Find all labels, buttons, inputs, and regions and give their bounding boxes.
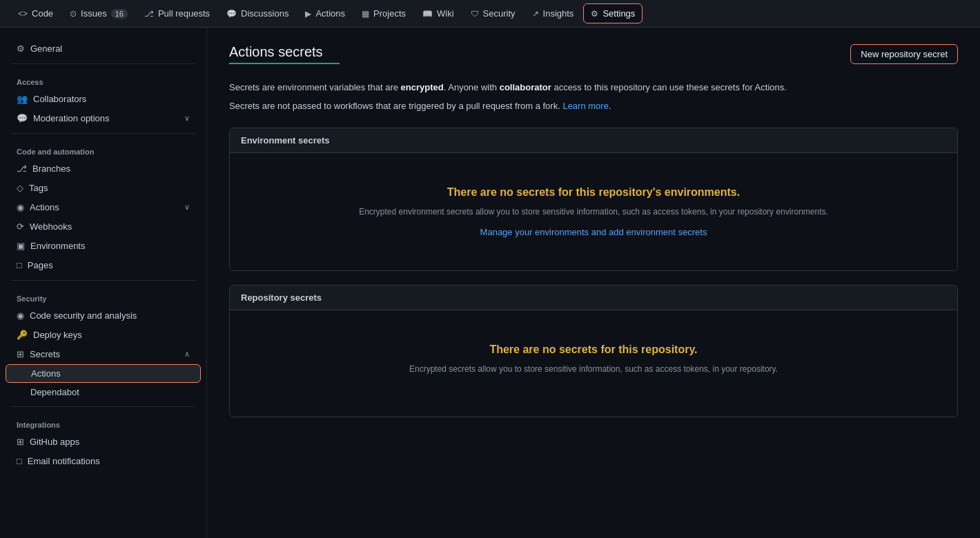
section-label-code-automation: Code and automation	[0, 139, 206, 159]
divider-access	[11, 63, 195, 64]
env-secrets-empty: There are no secrets for this repository…	[230, 153, 957, 270]
divider-integrations	[11, 406, 195, 407]
email-icon: □	[17, 456, 22, 466]
insights-icon: ↗	[532, 9, 539, 19]
nav-discussions[interactable]: 💬 Discussions	[219, 4, 295, 23]
nav-security[interactable]: 🛡 Security	[464, 4, 522, 23]
page-layout: ⚙ General Access 👥 Collaborators 💬 Moder…	[0, 28, 980, 538]
github-apps-icon: ⊞	[17, 437, 24, 447]
projects-icon: ▦	[362, 9, 369, 19]
code-security-icon: ◉	[17, 310, 24, 321]
sidebar-item-moderation-options[interactable]: 💬 Moderation options ∨	[6, 109, 201, 128]
top-nav: <> Code ⊙ Issues 16 ⎇ Pull requests 💬 Di…	[0, 0, 980, 28]
description-line-2: Secrets are not passed to workflows that…	[229, 99, 958, 114]
learn-more-link[interactable]: Learn more	[562, 101, 608, 111]
sidebar-item-pages[interactable]: □ Pages	[6, 256, 201, 275]
nav-issues[interactable]: ⊙ Issues 16	[63, 4, 135, 23]
chevron-up-icon: ∧	[184, 350, 190, 359]
sidebar-item-email-notifications[interactable]: □ Email notifications	[6, 452, 201, 470]
nav-pull-requests[interactable]: ⎇ Pull requests	[137, 4, 217, 23]
deploy-keys-icon: 🔑	[17, 330, 28, 340]
branches-icon: ⎇	[17, 163, 27, 174]
collaborators-icon: 👥	[17, 94, 28, 104]
section-label-integrations: Integrations	[0, 412, 206, 432]
repository-secrets-section: Repository secrets There are no secrets …	[229, 285, 958, 417]
sidebar-item-webhooks[interactable]: ⟳ Webhooks	[6, 217, 201, 236]
env-secrets-header: Environment secrets	[230, 128, 957, 153]
issues-icon: ⊙	[70, 9, 77, 19]
wiki-icon: 📖	[422, 9, 433, 19]
nav-actions[interactable]: ▶ Actions	[298, 4, 352, 23]
sidebar-item-tags[interactable]: ◇ Tags	[6, 179, 201, 197]
sidebar-item-deploy-keys[interactable]: 🔑 Deploy keys	[6, 326, 201, 344]
nav-code[interactable]: <> Code	[11, 4, 60, 23]
nav-insights[interactable]: ↗ Insights	[525, 4, 581, 23]
sidebar-item-branches[interactable]: ⎇ Branches	[6, 159, 201, 178]
repo-secrets-empty-title: There are no secrets for this repository…	[246, 343, 941, 356]
page-header: Actions secrets New repository secret	[229, 44, 958, 75]
general-icon: ⚙	[17, 43, 25, 54]
sidebar-item-general[interactable]: ⚙ General	[6, 39, 201, 58]
environment-secrets-section: Environment secrets There are no secrets…	[229, 128, 958, 271]
divider-security	[11, 280, 195, 281]
environments-icon: ▣	[17, 241, 25, 251]
tags-icon: ◇	[17, 183, 23, 193]
new-repository-secret-button[interactable]: New repository secret	[850, 44, 958, 64]
actions-icon: ▶	[305, 9, 311, 19]
section-label-security: Security	[0, 286, 206, 306]
repo-secrets-header: Repository secrets	[230, 286, 957, 310]
pages-icon: □	[17, 260, 22, 270]
page-title: Actions secrets	[229, 44, 340, 60]
nav-wiki[interactable]: 📖 Wiki	[415, 4, 461, 23]
repo-secrets-empty-desc: Encrypted secrets allow you to store sen…	[246, 363, 941, 375]
actions-sidebar-icon: ◉	[17, 202, 24, 212]
env-secrets-empty-title: There are no secrets for this repository…	[246, 186, 941, 199]
sidebar-item-secrets[interactable]: ⊞ Secrets ∧	[6, 345, 201, 363]
secrets-icon: ⊞	[17, 349, 24, 359]
code-icon: <>	[18, 9, 28, 19]
pull-request-icon: ⎇	[144, 9, 154, 19]
webhooks-icon: ⟳	[17, 221, 24, 232]
sidebar-item-code-security[interactable]: ◉ Code security and analysis	[6, 306, 201, 325]
discussions-icon: 💬	[226, 9, 237, 19]
sidebar-item-collaborators[interactable]: 👥 Collaborators	[6, 90, 201, 108]
nav-projects[interactable]: ▦ Projects	[355, 4, 413, 23]
sidebar-item-secrets-dependabot[interactable]: Dependabot	[6, 383, 201, 401]
env-secrets-empty-desc: Encrypted environment secrets allow you …	[246, 206, 941, 218]
page-title-group: Actions secrets	[229, 44, 340, 75]
main-content: Actions secrets New repository secret Se…	[207, 28, 980, 538]
security-icon: 🛡	[471, 9, 479, 19]
manage-environments-link[interactable]: Manage your environments and add environ…	[480, 227, 707, 237]
chevron-down-icon: ∨	[184, 114, 190, 123]
sidebar-item-secrets-actions[interactable]: Actions	[6, 364, 201, 383]
description-line-1: Secrets are environment variables that a…	[229, 81, 958, 95]
issues-badge: 16	[111, 9, 128, 19]
repo-secrets-empty: There are no secrets for this repository…	[230, 310, 957, 417]
section-label-access: Access	[0, 70, 206, 89]
sidebar-item-actions[interactable]: ◉ Actions ∨	[6, 198, 201, 217]
sidebar-item-environments[interactable]: ▣ Environments	[6, 237, 201, 255]
title-underline	[229, 63, 340, 64]
moderation-icon: 💬	[17, 113, 28, 123]
divider-code-automation	[11, 133, 195, 134]
chevron-down-icon-actions: ∨	[184, 203, 190, 212]
sidebar-item-github-apps[interactable]: ⊞ GitHub apps	[6, 432, 201, 451]
nav-settings[interactable]: ⚙ Settings	[583, 3, 643, 23]
sidebar: ⚙ General Access 👥 Collaborators 💬 Moder…	[0, 28, 207, 538]
settings-icon: ⚙	[591, 9, 598, 19]
